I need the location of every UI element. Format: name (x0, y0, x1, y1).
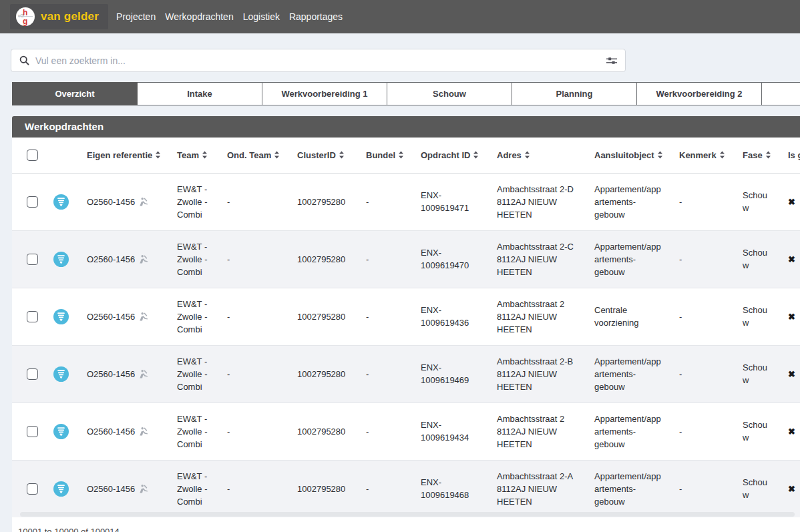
tab-planning[interactable]: Planning (512, 82, 637, 105)
logo-letter-h: h (23, 8, 27, 17)
sort-icon[interactable] (202, 151, 208, 159)
not-ready-x-icon: ✖ (788, 484, 795, 494)
table-row[interactable]: O2560-1456EW&T - Zwolle - Combi-10027952… (12, 173, 800, 230)
person-digging-icon (139, 255, 148, 264)
cell-eigen-referentie: O2560-1456 (81, 345, 172, 403)
table-row[interactable]: O2560-1456EW&T - Zwolle - Combi-10027952… (12, 288, 800, 345)
column-label: ClusterID (297, 150, 336, 160)
table-row[interactable]: O2560-1456EW&T - Zwolle - Combi-10027952… (12, 403, 800, 460)
cell-aansluitobject: Appartement/appartements-gebouw (589, 345, 674, 403)
select-all-checkbox[interactable] (27, 150, 38, 161)
horizontal-scrollbar[interactable] (20, 512, 795, 517)
cell-cluster-id: 1002795280 (292, 173, 361, 230)
eigen-referentie-value: O2560-1456 (87, 196, 161, 208)
nav-item-logistiek[interactable]: Logistiek (243, 7, 280, 26)
brand-logo[interactable]: h vG g van gelder (10, 4, 108, 29)
cell-type-icon (48, 230, 81, 288)
cell-checkbox (12, 345, 48, 403)
sort-icon[interactable] (155, 151, 161, 159)
tab-intake[interactable]: Intake (137, 82, 262, 105)
search-bar (11, 49, 626, 72)
search-input[interactable] (35, 55, 606, 66)
cell-is-gereed: ✖ (783, 288, 800, 345)
cell-cluster-id: 1002795280 (292, 288, 361, 345)
row-checkbox[interactable] (27, 483, 38, 495)
sort-icon[interactable] (274, 151, 280, 159)
cell-ond-team: - (222, 173, 292, 230)
cell-fase: Schouw (737, 288, 783, 345)
cell-eigen-referentie: O2560-1456 (81, 230, 172, 288)
tab-werkvoorbereiding-1[interactable]: Werkvoorbereiding 1 (262, 82, 387, 105)
cell-checkbox (12, 173, 48, 230)
sort-icon[interactable] (524, 151, 530, 159)
sort-icon[interactable] (398, 151, 404, 159)
cell-eigen-referentie: O2560-1456 (81, 173, 172, 230)
sort-icon[interactable] (657, 151, 663, 159)
sort-icon[interactable] (719, 151, 725, 159)
column-header-opdracht_id[interactable]: Opdracht ID (415, 138, 491, 173)
column-header-kenmerk[interactable]: Kenmerk (674, 138, 737, 173)
tab-overzicht[interactable]: Overzicht (12, 82, 138, 105)
filter-sliders-icon[interactable] (606, 56, 617, 65)
column-header-adres[interactable]: Adres (491, 138, 589, 173)
cell-ond-team: - (222, 345, 292, 403)
eigen-referentie-value: O2560-1456 (87, 368, 161, 380)
cell-bundel: - (361, 288, 415, 345)
sort-icon[interactable] (339, 151, 345, 159)
cell-checkbox (12, 460, 48, 517)
sort-icon[interactable] (473, 151, 479, 159)
table-row[interactable]: O2560-1456EW&T - Zwolle - Combi-10027952… (12, 460, 800, 517)
column-header-eigen_referentie[interactable]: Eigen referentie (81, 138, 172, 173)
nav-menu: ProjectenWerkopdrachtenLogistiekRapporta… (116, 7, 343, 26)
cell-team: EW&T - Zwolle - Combi (172, 460, 222, 517)
cell-aansluitobject: Appartement/appartements-gebouw (589, 230, 674, 288)
column-header-is_gereed[interactable]: Is g (783, 138, 800, 173)
table-row[interactable]: O2560-1456EW&T - Zwolle - Combi-10027952… (12, 230, 800, 288)
person-digging-icon (139, 198, 148, 206)
eigen-referentie-value: O2560-1456 (87, 310, 161, 323)
cell-bundel: - (361, 230, 415, 288)
adres-city: 8112AJ NIEUW HEETEN (497, 368, 578, 393)
row-checkbox[interactable] (27, 368, 38, 380)
nav-item-werkopdrachten[interactable]: Werkopdrachten (165, 7, 233, 26)
cell-checkbox (12, 288, 48, 345)
cell-cluster-id: 1002795280 (292, 230, 361, 288)
header-cell-type-icon (48, 138, 81, 173)
column-header-fase[interactable]: Fase (737, 138, 783, 173)
table-row[interactable]: O2560-1456EW&T - Zwolle - Combi-10027952… (12, 345, 800, 403)
sort-icon[interactable] (765, 151, 771, 159)
logo-letter-g: g (23, 17, 27, 26)
cell-ond-team: - (222, 403, 292, 460)
row-checkbox[interactable] (27, 426, 38, 437)
cell-eigen-referentie: O2560-1456 (81, 460, 172, 517)
eigen-referentie-text: O2560-1456 (87, 425, 135, 438)
tab-werkvoorbereiding-2[interactable]: Werkvoorbereiding 2 (636, 82, 762, 105)
column-header-team[interactable]: Team (172, 138, 222, 173)
cell-type-icon (48, 345, 81, 403)
not-ready-x-icon: ✖ (788, 312, 795, 322)
row-checkbox[interactable] (27, 311, 38, 322)
tab-partial[interactable] (761, 82, 800, 105)
work-type-icon (53, 194, 69, 210)
column-header-ond_team[interactable]: Ond. Team (222, 138, 292, 173)
top-navbar: h vG g van gelder ProjectenWerkopdrachte… (0, 0, 800, 33)
cell-eigen-referentie: O2560-1456 (81, 288, 172, 345)
cell-ond-team: - (222, 288, 292, 345)
eigen-referentie-text: O2560-1456 (87, 310, 135, 323)
light-bulb-icon (57, 484, 65, 493)
cell-team: EW&T - Zwolle - Combi (172, 230, 222, 288)
tab-schouw[interactable]: Schouw (387, 82, 512, 105)
column-header-bundel[interactable]: Bundel (361, 138, 415, 173)
cell-cluster-id: 1002795280 (292, 403, 361, 460)
nav-item-rapportages[interactable]: Rapportages (289, 7, 343, 26)
column-header-cluster_id[interactable]: ClusterID (292, 138, 361, 173)
column-label: Bundel (366, 150, 395, 160)
column-label: Fase (743, 150, 763, 160)
row-checkbox[interactable] (27, 196, 38, 208)
tab-label: Intake (187, 89, 212, 99)
column-label: Opdracht ID (421, 150, 470, 160)
row-checkbox[interactable] (27, 254, 38, 265)
nav-item-projecten[interactable]: Projecten (116, 7, 156, 26)
cell-fase: Schouw (737, 345, 783, 403)
column-header-aansluitobject[interactable]: Aansluitobject (589, 138, 674, 173)
